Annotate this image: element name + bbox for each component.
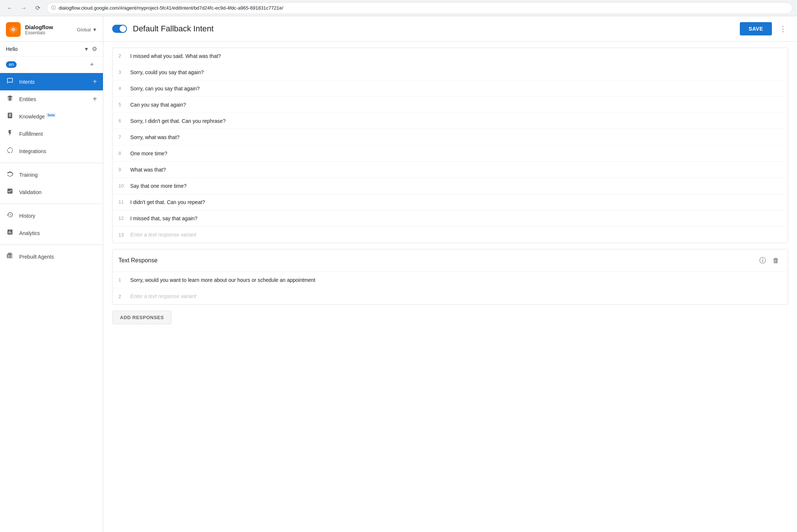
save-button[interactable]: SAVE [740,22,772,35]
language-badge[interactable]: en [6,61,17,68]
sidebar-item-fulfillment[interactable]: Fulfillment [0,125,103,142]
toggle-knob [120,25,126,32]
response-row[interactable]: 2Enter a text response variant [113,288,788,304]
row-text: One more time? [130,151,782,156]
browser-bar: ← → ⟳ ⓘ dialogflow.cloud.google.com/#/ag… [0,0,797,16]
add-intents-button[interactable]: + [93,77,97,86]
url-text: dialogflow.cloud.google.com/#/agent/mypr… [59,5,788,11]
prebuilt-icon [6,252,14,261]
row-number: 10 [118,183,130,189]
sidebar-item-prebuilt[interactable]: Prebuilt Agents [0,248,103,265]
sidebar-item-intents[interactable]: Intents+ [0,73,103,90]
sidebar: Dialogflow Essentials Global ▼ Hello ▼ ⚙… [0,16,103,532]
address-bar[interactable]: ⓘ dialogflow.cloud.google.com/#/agent/my… [46,2,793,14]
forward-button[interactable]: → [18,3,29,13]
row-placeholder[interactable]: Enter a text response variant [130,293,196,299]
intent-title: Default Fallback Intent [133,24,734,34]
add-entities-button[interactable]: + [93,95,97,103]
row-placeholder[interactable]: Enter a text response variant [130,232,196,238]
logo-text: Dialogflow Essentials [25,24,73,35]
nav-divider [0,204,103,204]
global-label: Global [77,27,91,32]
chevron-down-icon: ▼ [92,27,97,32]
app-container: Dialogflow Essentials Global ▼ Hello ▼ ⚙… [0,16,797,532]
help-button[interactable]: ⓘ [757,255,769,266]
nav-divider [0,163,103,163]
content-area: 2I missed what you said. What was that?3… [103,48,797,333]
row-text: I missed what you said. What was that? [130,53,782,59]
row-number: 8 [118,151,130,156]
sidebar-item-integrations[interactable]: Integrations [0,142,103,160]
row-number: 12 [118,215,130,221]
row-text: I didn't get that. Can you repeat? [130,199,782,205]
top-bar: Default Fallback Intent SAVE ⋮ [103,16,797,42]
response-row: 11I didn't get that. Can you repeat? [113,194,788,210]
sidebar-item-validation[interactable]: Validation [0,183,103,201]
brand-sub: Essentials [25,30,73,35]
response-row: 2I missed what you said. What was that? [113,48,788,64]
delete-button[interactable]: 🗑 [770,255,782,266]
sidebar-item-label-training: Training [19,172,38,178]
row-number: 4 [118,86,130,91]
response-rows-1: 2I missed what you said. What was that?3… [113,48,788,243]
reload-button[interactable]: ⟳ [32,3,43,13]
response-row: 8One more time? [113,145,788,162]
agent-dropdown-icon[interactable]: ▼ [84,46,89,52]
more-options-button[interactable]: ⋮ [778,23,788,35]
response-row[interactable]: 13Enter a text response variant [113,227,788,243]
intent-toggle[interactable] [112,25,127,33]
response-row: 7Sorry, what was that? [113,129,788,145]
history-icon [6,211,14,220]
sidebar-item-analytics[interactable]: Analytics [0,224,103,242]
response-block-2: Text Response ⓘ 🗑 1Sorry, would you want… [112,249,788,305]
brand-name: Dialogflow [25,24,73,30]
row-number: 6 [118,118,130,124]
global-selector[interactable]: Global ▼ [77,27,97,32]
sidebar-item-label-prebuilt: Prebuilt Agents [19,254,54,260]
row-number: 7 [118,134,130,140]
sidebar-item-label-validation: Validation [19,189,41,195]
row-text: Can you say that again? [130,102,782,108]
row-number: 1 [118,277,130,283]
response-row: 4Sorry, can you say that again? [113,80,788,97]
add-responses-button[interactable]: ADD RESPONSES [112,311,172,324]
fulfillment-icon [6,129,14,138]
row-text: What was that? [130,167,782,173]
sidebar-item-entities[interactable]: Entities+ [0,90,103,108]
response-rows-2: 1Sorry, would you want to learn more abo… [113,272,788,304]
row-number: 13 [118,232,130,238]
row-number: 3 [118,69,130,75]
validation-icon [6,188,14,196]
sidebar-header: Dialogflow Essentials Global ▼ [0,16,103,42]
sidebar-item-training[interactable]: Training [0,166,103,183]
logo-icon [6,22,21,37]
lang-row: en + [0,56,103,73]
add-language-button[interactable]: + [87,59,97,70]
row-text: Sorry, can you say that again? [130,86,782,91]
agent-name: Hello [6,46,81,52]
training-icon [6,170,14,179]
sidebar-item-knowledge[interactable]: Knowledgebeta [0,108,103,125]
sidebar-item-label-knowledge: Knowledgebeta [19,113,56,120]
integrations-icon [6,147,14,155]
response-row: 5Can you say that again? [113,97,788,113]
row-text: Sorry, what was that? [130,134,782,140]
analytics-icon [6,229,14,237]
gear-icon[interactable]: ⚙ [92,45,97,52]
main-content: Default Fallback Intent SAVE ⋮ 2I missed… [103,16,797,532]
row-number: 9 [118,167,130,172]
back-button[interactable]: ← [4,3,15,13]
agent-row: Hello ▼ ⚙ [0,42,103,56]
nav-container: Intents+Entities+KnowledgebetaFulfillmen… [0,73,103,265]
row-number: 2 [118,294,130,299]
row-number: 5 [118,102,130,107]
response-row: 6Sorry, I didn't get that. Can you rephr… [113,113,788,129]
knowledge-icon [6,112,14,121]
sidebar-item-history[interactable]: History [0,207,103,224]
response-row: 1Sorry, would you want to learn more abo… [113,272,788,288]
row-text: Say that one more time? [130,183,782,189]
response-row: 12I missed that, say that again? [113,210,788,227]
row-number: 11 [118,199,130,205]
row-text: Sorry, I didn't get that. Can you rephra… [130,118,782,124]
row-text: I missed that, say that again? [130,215,782,221]
